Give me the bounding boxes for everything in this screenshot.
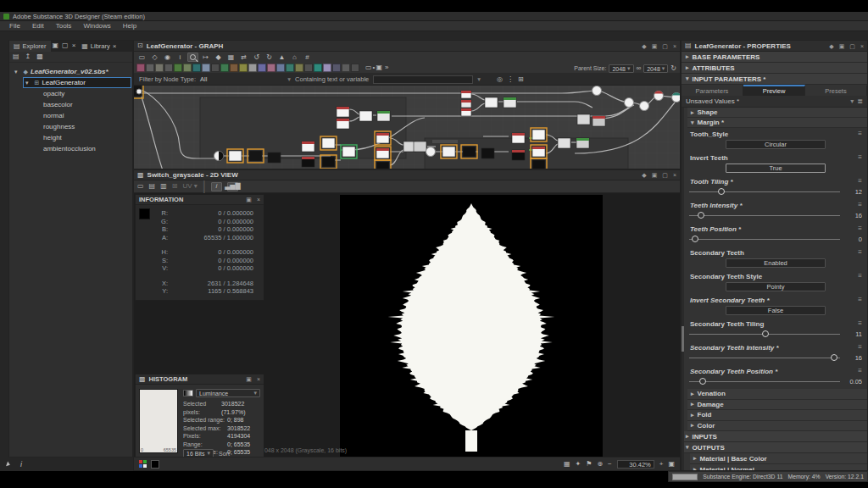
subsection-color[interactable]: ▸Color [687,421,867,432]
float-icon[interactable]: ▣ [652,41,658,52]
more-options-icon[interactable]: ⋮ [507,75,514,85]
param-button-tooth-style[interactable]: Circular [726,140,826,149]
param-button-invert-teeth[interactable]: True [726,164,826,173]
grid-snap-icon[interactable]: ▦ [225,53,236,62]
dot-node-icon[interactable]: • [373,63,376,73]
graph-search-input[interactable] [373,75,473,84]
node-type-icon-21[interactable] [332,64,341,72]
tree-item-output-basecolor[interactable]: basecolor [9,99,132,110]
center-view-icon[interactable]: ⊕ [597,459,603,469]
menu-edit[interactable]: Edit [26,22,50,30]
grid-icon[interactable]: ▦ [564,459,570,469]
maximize-icon[interactable]: ▢ [849,41,855,52]
pin-icon[interactable]: ◆ [642,41,646,52]
camera-lock-icon[interactable]: ▣ [668,459,675,469]
link-lock-icon[interactable]: ∞ [637,64,642,74]
save-icon[interactable]: ▤ [13,52,19,62]
slider-handle[interactable] [718,188,725,195]
output-item[interactable]: ▸Material | Normal [690,464,867,470]
subsection-margin-[interactable]: ▾Margin * [687,118,867,128]
float-icon[interactable]: ▣ [839,41,845,52]
visibility-icon[interactable]: ◎ [497,75,503,85]
histogram-toggle-icon[interactable]: ▃▅▇ [227,182,238,191]
align-icon[interactable]: ▲ [276,53,287,62]
preset-dropdown[interactable]: Unsaved Values * [686,97,739,105]
tab-preview[interactable]: Preview [743,85,805,96]
slider-track[interactable] [689,215,840,216]
node-type-icon-17[interactable] [295,64,303,72]
menu-help[interactable]: Help [117,22,142,30]
channels-icon[interactable] [139,460,147,468]
copy-image-icon[interactable]: ▥ [160,181,167,191]
section-base-parameters[interactable]: ▸BASE PARAMETERS [682,52,867,63]
node-type-icon-16[interactable] [286,64,294,72]
node-type-icon-9[interactable] [220,64,229,72]
tab-parameters[interactable]: Parameters [682,85,743,96]
snapshot-icon[interactable]: ◉ [162,53,173,62]
node-type-icon-10[interactable] [230,64,238,72]
node-type-icon-6[interactable] [192,64,201,72]
param-menu-icon[interactable]: ≡ [858,248,862,256]
preset-menu-icon[interactable]: ≣ [857,97,863,105]
tree-item-output-opacity[interactable]: opacity [9,88,132,99]
slider-track[interactable] [689,381,840,382]
param-button-secondary-teeth-style[interactable]: Pointy [726,282,826,291]
node-type-icon-1[interactable] [146,64,154,72]
output-item[interactable]: ▸Material | Base Color [690,453,867,464]
tree-item-output-ambientocclusion[interactable]: ambientocclusion [9,143,132,154]
node-type-icon-14[interactable] [267,64,275,72]
menu-file[interactable]: File [3,22,26,30]
frame-node-icon[interactable]: ▣ [376,63,382,73]
slider-track[interactable] [689,239,840,240]
graph-canvas[interactable] [134,86,680,169]
info-icon[interactable]: i [20,460,22,469]
tab-explorer[interactable]: ▤ Explorer [9,41,51,52]
param-menu-icon[interactable]: ≡ [858,225,862,232]
node-type-icon-8[interactable] [211,64,220,72]
chevron-down-icon[interactable]: ▾ [14,69,18,75]
info-toggle-icon[interactable]: i [211,182,222,191]
node-info-icon[interactable]: i [175,53,186,62]
param-menu-icon[interactable]: ≡ [858,201,862,208]
param-menu-icon[interactable]: ≡ [858,319,862,327]
section-attributes[interactable]: ▸ATTRIBUTES [682,63,867,74]
node-type-icon-11[interactable] [239,64,248,72]
backtrack-icon[interactable]: ↺ [251,53,262,62]
pan-icon[interactable]: ◇ [149,53,160,62]
section-outputs[interactable]: ▾OUTPUTS [682,442,867,453]
node-type-icon-2[interactable] [155,64,164,72]
portal-icon[interactable]: ⌂ [289,53,300,62]
tree-item-output-normal[interactable]: normal [9,110,132,121]
parent-width-select[interactable]: 2048▾ [609,64,633,73]
param-menu-icon[interactable]: ≡ [858,177,862,185]
param-menu-icon[interactable]: ≡ [858,343,862,351]
zoom-out-icon[interactable]: − [608,459,612,469]
node-type-icon-4[interactable] [174,64,182,72]
param-menu-icon[interactable]: ≡ [858,272,862,280]
node-type-icon-13[interactable] [258,64,266,72]
float-icon[interactable]: ▣ [246,194,252,205]
maximize-icon[interactable]: ▢ [60,41,70,52]
float-icon[interactable]: ▣ [51,41,61,52]
close-icon[interactable]: × [673,169,676,180]
maximize-icon[interactable]: ▢ [662,41,668,52]
close-icon[interactable]: × [257,194,260,205]
compact-node-icon[interactable]: ◆ [213,53,224,62]
node-type-icon-0[interactable] [136,64,145,72]
relink-icon[interactable]: ↻ [264,53,275,62]
section-inputs[interactable]: ▸INPUTS [682,431,867,442]
param-menu-icon[interactable]: ≡ [858,296,862,303]
cursor-icon[interactable] [6,461,11,467]
save-image-icon[interactable]: ▤ [149,181,156,191]
close-icon[interactable]: × [860,41,864,52]
parent-height-select[interactable]: 2048▾ [643,64,668,73]
chevron-down-icon[interactable]: ▾ [850,97,854,105]
filter-value[interactable]: All [200,75,207,83]
tree-item-graph[interactable]: ▾⊞LeafGenerator [23,77,131,88]
node-type-icon-22[interactable] [342,64,350,72]
slider-track[interactable] [689,191,840,192]
pin-icon[interactable]: ◆ [829,41,833,52]
chevron-down-icon[interactable]: ▾ [25,80,29,86]
tree-item-output-roughness[interactable]: roughness [9,121,132,132]
pin-view-icon[interactable]: ⊞ [518,75,524,85]
